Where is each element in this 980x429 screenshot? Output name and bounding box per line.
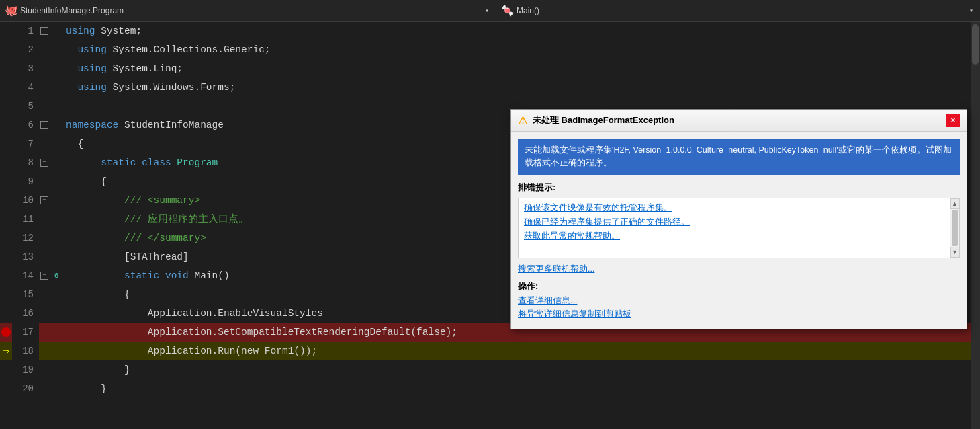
collapse-icon-11 xyxy=(39,210,50,229)
line-number-5: 5 xyxy=(12,97,39,116)
line-indicator-2 xyxy=(0,40,12,59)
tip-item[interactable]: 获取此异常的常规帮助。 xyxy=(524,231,954,242)
collapse-icon-7 xyxy=(39,134,50,153)
dialog-body: 未能加载文件或程序集'H2F, Version=1.0.0.0, Culture… xyxy=(511,132,967,329)
dropdown-arrow-right[interactable]: ▾ xyxy=(969,7,973,15)
line-code-19: } xyxy=(63,360,980,379)
line-badge-7 xyxy=(50,134,63,153)
file-name-right: Main() xyxy=(517,6,539,15)
file-selector-right[interactable]: 🍬 Main() ▾ xyxy=(496,0,980,21)
line-indicator-11 xyxy=(0,210,12,229)
collapse-icon-6[interactable]: − xyxy=(39,116,50,134)
line-indicator-19 xyxy=(0,360,12,379)
dropdown-arrow-left[interactable]: ▾ xyxy=(485,7,489,15)
line-indicator-20 xyxy=(0,379,12,398)
line-badge-15 xyxy=(50,285,63,304)
tips-scroll-thumb[interactable] xyxy=(952,210,958,246)
line-badge-18 xyxy=(50,342,63,360)
tips-scroll-up[interactable]: ▲ xyxy=(950,198,959,209)
line-indicator-16 xyxy=(0,304,12,323)
line-indicator-10 xyxy=(0,191,12,210)
collapse-icon-9 xyxy=(39,172,50,191)
line-badge-13 xyxy=(50,247,63,266)
line-number-17: 17 xyxy=(12,323,39,342)
collapse-icon-5 xyxy=(39,97,50,116)
line-code-1: using System; xyxy=(63,22,980,40)
collapse-icon-17 xyxy=(39,323,50,342)
warning-icon: ⚠ xyxy=(518,114,527,127)
line-indicator-9 xyxy=(0,172,12,191)
collapse-icon-1[interactable]: − xyxy=(39,22,50,40)
dialog-title-bar: ⚠ 未处理 BadImageFormatException × xyxy=(511,110,967,132)
exception-dialog: ⚠ 未处理 BadImageFormatException × 未能加载文件或程… xyxy=(510,109,967,329)
line-number-9: 9 xyxy=(12,172,39,191)
dialog-title: 未处理 BadImageFormatException xyxy=(533,114,941,126)
search-link[interactable]: 搜索更多联机帮助... xyxy=(518,264,960,275)
line-number-19: 19 xyxy=(12,360,39,379)
line-indicator-4 xyxy=(0,78,12,97)
line-number-20: 20 xyxy=(12,379,39,398)
line-number-10: 10 xyxy=(12,191,39,210)
tips-box: 确保该文件映像是有效的托管程序集。确保已经为程序集提供了正确的文件路径。获取此异… xyxy=(518,198,960,258)
code-line-19: 19 } xyxy=(0,360,980,379)
collapse-icon-3 xyxy=(39,59,50,78)
code-line-2: 2 using System.Collections.Generic; xyxy=(0,40,980,59)
line-indicator-8 xyxy=(0,153,12,172)
line-number-13: 13 xyxy=(12,247,39,266)
collapse-icon-12 xyxy=(39,229,50,247)
error-dot xyxy=(1,327,11,337)
file-icon-left: 🐙 xyxy=(7,6,16,15)
line-indicator-1 xyxy=(0,22,12,40)
line-number-11: 11 xyxy=(12,210,39,229)
file-icon-right: 🍬 xyxy=(503,6,513,15)
code-line-3: 3 using System.Linq; xyxy=(0,59,980,78)
line-badge-3 xyxy=(50,59,63,78)
tips-container: 确保该文件映像是有效的托管程序集。确保已经为程序集提供了正确的文件路径。获取此异… xyxy=(524,202,954,242)
line-code-4: using System.Windows.Forms; xyxy=(63,78,980,97)
dialog-close-button[interactable]: × xyxy=(946,114,960,127)
vertical-scrollbar[interactable] xyxy=(971,22,980,429)
line-code-20: } xyxy=(63,379,980,398)
code-line-18: ⇒18 Application.Run(new Form1()); xyxy=(0,342,980,360)
line-number-3: 3 xyxy=(12,59,39,78)
troubleshoot-title: 排错提示: xyxy=(518,182,960,194)
code-line-20: 20 } xyxy=(0,379,980,398)
collapse-icon-10[interactable]: − xyxy=(39,191,50,210)
line-indicator-13 xyxy=(0,247,12,266)
code-line-1: 1−using System; xyxy=(0,22,980,40)
line-indicator-14 xyxy=(0,266,12,285)
line-indicator-17 xyxy=(0,323,12,342)
editor-area: 1−using System;2 using System.Collection… xyxy=(0,22,980,429)
line-badge-9 xyxy=(50,172,63,191)
line-indicator-3 xyxy=(0,59,12,78)
collapse-icon-14[interactable]: − xyxy=(39,266,50,285)
line-badge-16 xyxy=(50,304,63,323)
line-number-7: 7 xyxy=(12,134,39,153)
collapse-icon-2 xyxy=(39,40,50,59)
operations-title: 操作: xyxy=(518,280,960,292)
tips-scrollbar[interactable]: ▲ ▼ xyxy=(950,198,959,258)
file-selector-left[interactable]: 🐙 StudentInfoManage.Program ▾ xyxy=(0,0,496,21)
tips-scroll-down[interactable]: ▼ xyxy=(950,247,959,258)
line-badge-1 xyxy=(50,22,63,40)
scrollbar-thumb[interactable] xyxy=(972,24,979,65)
line-code-18: Application.Run(new Form1()); xyxy=(63,342,980,360)
line-number-4: 4 xyxy=(12,78,39,97)
arrow-icon: ⇒ xyxy=(3,344,9,358)
operation-link[interactable]: 将异常详细信息复制到剪贴板 xyxy=(518,309,960,320)
line-badge-6 xyxy=(50,116,63,134)
line-number-16: 16 xyxy=(12,304,39,323)
file-name-left: StudentInfoManage.Program xyxy=(20,6,124,15)
line-number-8: 8 xyxy=(12,153,39,172)
line-badge-5 xyxy=(50,97,63,116)
tip-item[interactable]: 确保该文件映像是有效的托管程序集。 xyxy=(524,202,954,214)
line-badge-19 xyxy=(50,360,63,379)
top-bar: 🐙 StudentInfoManage.Program ▾ 🍬 Main() ▾ xyxy=(0,0,980,22)
collapse-icon-18 xyxy=(39,342,50,360)
line-badge-11 xyxy=(50,210,63,229)
line-badge-10 xyxy=(50,191,63,210)
operation-link[interactable]: 查看详细信息... xyxy=(518,295,960,307)
code-line-4: 4 using System.Windows.Forms; xyxy=(0,78,980,97)
collapse-icon-8[interactable]: − xyxy=(39,153,50,172)
tip-item[interactable]: 确保已经为程序集提供了正确的文件路径。 xyxy=(524,217,954,228)
